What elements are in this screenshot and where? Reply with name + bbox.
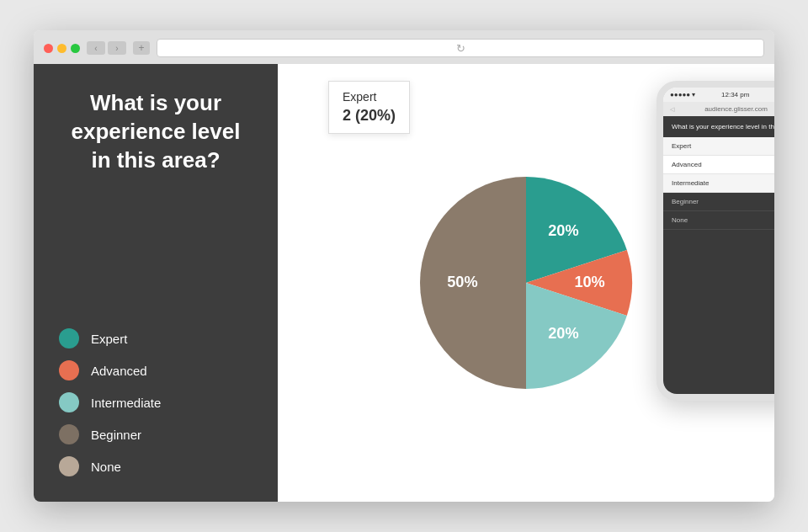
minimize-button[interactable] <box>57 44 66 53</box>
tooltip-label: Expert <box>343 90 396 104</box>
phone-dark-bottom: Beginner None <box>663 193 774 394</box>
address-bar[interactable]: ↻ <box>157 39 764 57</box>
phone-address-bar: ◁ audience.glisser.com ↻ <box>663 102 774 116</box>
legend-item-expert: Expert <box>59 328 252 348</box>
question-title: What is your experience level in this ar… <box>59 89 252 174</box>
right-panel: Expert 2 (20%) 20%10%20%50% ●●●●● ▾ 12:3… <box>278 64 774 502</box>
back-button[interactable]: ‹ <box>87 41 105 55</box>
pie-label: 50% <box>447 274 477 290</box>
phone-option-advanced[interactable]: AdvancedSend <box>663 156 774 174</box>
browser-content: What is your experience level in this ar… <box>34 64 774 502</box>
browser-chrome: ‹ › + ↻ <box>34 30 774 64</box>
none-dot <box>59 456 79 476</box>
phone-mockup: ●●●●● ▾ 12:34 pm ▾ ⊕ ▓▓▓ ◁ audience.glis… <box>656 81 774 401</box>
advanced-label: Advanced <box>91 364 147 378</box>
maximize-button[interactable] <box>71 44 80 53</box>
left-panel: What is your experience level in this ar… <box>34 64 278 502</box>
intermediate-label: Intermediate <box>91 396 161 410</box>
legend-item-intermediate: Intermediate <box>59 392 252 412</box>
phone-address: audience.glisser.com <box>704 105 768 113</box>
intermediate-dot <box>59 392 79 412</box>
legend-item-none: None <box>59 456 252 476</box>
phone-status-bar: ●●●●● ▾ 12:34 pm ▾ ⊕ ▓▓▓ <box>663 88 774 102</box>
browser-window: ‹ › + ↻ What is your experience level in… <box>34 30 774 502</box>
pie-label: 20% <box>548 325 578 342</box>
forward-button[interactable]: › <box>108 41 126 55</box>
beginner-label: Beginner <box>91 428 141 442</box>
none-label: None <box>91 460 121 474</box>
pie-chart: 20%10%20%50% <box>408 165 644 401</box>
chart-tooltip: Expert 2 (20%) <box>328 81 410 134</box>
pie-label: 20% <box>548 222 578 239</box>
new-tab-button[interactable]: + <box>133 41 150 55</box>
advanced-dot <box>59 360 79 380</box>
legend-item-advanced: Advanced <box>59 360 252 380</box>
phone-question: What is your experience level in this ar… <box>672 123 774 130</box>
nav-buttons: ‹ › <box>87 41 126 55</box>
beginner-dot <box>59 424 79 444</box>
phone-option-intermediate[interactable]: Intermediate <box>663 174 774 193</box>
tooltip-value: 2 (20%) <box>343 107 396 125</box>
pie-svg: 20%10%20%50% <box>408 165 644 401</box>
phone-light-section: ExpertAdvancedSendIntermediate Beginner … <box>663 137 774 394</box>
expert-label: Expert <box>91 332 127 346</box>
close-button[interactable] <box>44 44 53 53</box>
refresh-icon: ↻ <box>456 42 465 55</box>
phone-dark-section: What is your experience level in this ar… <box>663 116 774 137</box>
legend-list: Expert Advanced Intermediate Beginner No… <box>59 328 252 476</box>
traffic-lights <box>44 44 80 53</box>
phone-content: What is your experience level in this ar… <box>663 116 774 394</box>
phone-option-none[interactable]: None <box>663 211 774 230</box>
legend-item-beginner: Beginner <box>59 424 252 444</box>
phone-option-expert[interactable]: Expert <box>663 137 774 156</box>
expert-dot <box>59 328 79 348</box>
pie-label: 10% <box>574 274 604 290</box>
phone-option-beginner[interactable]: Beginner <box>663 193 774 211</box>
phone-time: 12:34 pm <box>721 91 749 98</box>
